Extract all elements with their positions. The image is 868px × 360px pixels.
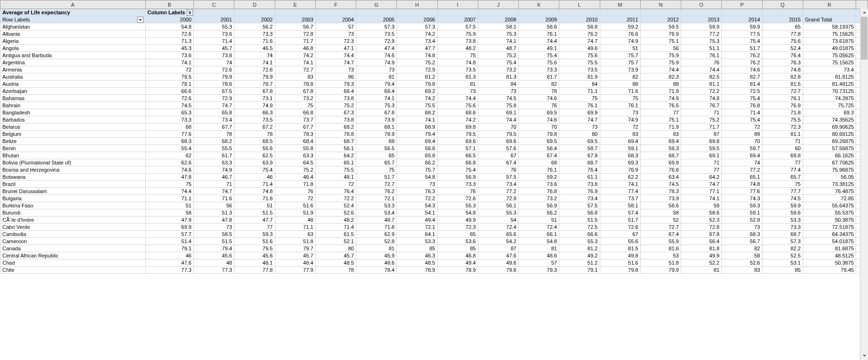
data-cell[interactable]: 56.2 <box>234 23 275 31</box>
data-cell[interactable]: 77.8 <box>234 267 275 274</box>
data-cell[interactable]: 73.4 <box>397 38 437 45</box>
data-cell[interactable]: 67.8 <box>275 88 315 95</box>
data-cell[interactable]: 69.4 <box>722 152 762 159</box>
data-cell[interactable]: 55.8 <box>275 145 315 152</box>
data-cell[interactable]: 72.5 <box>559 224 600 231</box>
data-cell[interactable]: 51.5 <box>559 216 600 224</box>
data-cell[interactable]: 69.2 <box>397 88 437 95</box>
data-cell[interactable]: 55.6 <box>600 238 640 245</box>
data-cell[interactable]: 49.9 <box>437 216 478 224</box>
data-cell[interactable]: 74.4 <box>437 95 478 102</box>
data-cell[interactable]: 52.8 <box>722 216 762 224</box>
data-cell[interactable]: 68.7 <box>315 138 356 145</box>
data-cell[interactable]: 65 <box>762 23 803 31</box>
data-cell[interactable]: 82.3 <box>640 73 681 81</box>
row-label[interactable]: Chad <box>0 259 146 267</box>
data-cell[interactable]: 74.8 <box>397 52 437 59</box>
data-cell[interactable]: 45.7 <box>275 252 315 259</box>
data-cell[interactable]: 71.8 <box>234 195 275 202</box>
data-cell[interactable]: 58 <box>722 252 762 259</box>
data-cell[interactable]: 75.6 <box>437 102 478 109</box>
row-label[interactable]: Burundi <box>0 209 146 216</box>
data-cell[interactable]: 66.3 <box>234 109 275 116</box>
data-cell[interactable]: 76.7 <box>681 102 722 109</box>
data-cell[interactable]: 77 <box>640 109 681 116</box>
data-cell[interactable]: 79.4 <box>356 81 397 88</box>
data-cell[interactable]: 49.6 <box>478 259 518 267</box>
data-cell[interactable]: 73.9 <box>600 66 640 73</box>
grand-total-cell[interactable]: 81.6875 <box>803 245 856 252</box>
data-cell[interactable]: 59.5 <box>640 23 681 31</box>
data-cell[interactable]: 73.5 <box>234 116 275 123</box>
data-cell[interactable]: 71.4 <box>722 109 762 116</box>
data-cell[interactable]: 81.5 <box>762 81 803 88</box>
data-cell[interactable]: 73 <box>397 181 437 188</box>
data-cell[interactable]: 75.5 <box>315 166 356 174</box>
data-cell[interactable]: 48.6 <box>356 259 397 267</box>
data-cell[interactable]: 67.2 <box>234 123 275 131</box>
data-cell[interactable]: 81 <box>681 267 722 274</box>
row-label[interactable]: Bosnia and Herzegovina <box>0 166 146 174</box>
data-cell[interactable]: 62.5 <box>234 152 275 159</box>
data-cell[interactable]: 69.6 <box>478 138 518 145</box>
data-cell[interactable]: 54.8 <box>145 23 194 31</box>
row-label[interactable]: Bolivia (Plurinational State of) <box>0 159 146 166</box>
data-cell[interactable]: 74.1 <box>356 95 397 102</box>
grand-total-cell[interactable]: 54.01875 <box>803 238 856 245</box>
row-label[interactable]: Central African Republic <box>0 252 146 259</box>
data-cell[interactable]: 52.4 <box>762 45 803 52</box>
data-cell[interactable]: 71.1 <box>559 88 600 95</box>
data-cell[interactable]: 57.7 <box>145 231 194 238</box>
data-cell[interactable]: 71.3 <box>145 38 194 45</box>
data-cell[interactable]: 76.8 <box>722 102 762 109</box>
data-cell[interactable]: 76 <box>478 166 518 174</box>
data-cell[interactable]: 87 <box>478 245 518 252</box>
data-cell[interactable]: 75.6 <box>519 59 559 66</box>
data-cell[interactable]: 68.3 <box>722 231 762 238</box>
filter-icon[interactable] <box>187 10 192 16</box>
data-cell[interactable]: 79.8 <box>397 81 437 88</box>
data-cell[interactable]: 53.3 <box>397 238 437 245</box>
data-cell[interactable]: 74.9 <box>234 102 275 109</box>
data-cell[interactable]: 77.7 <box>762 188 803 195</box>
data-cell[interactable]: 74.4 <box>681 66 722 73</box>
data-cell[interactable]: 73.3 <box>234 31 275 38</box>
row-label[interactable]: Canada <box>0 245 146 252</box>
data-cell[interactable]: 56.9 <box>437 174 478 181</box>
data-cell[interactable]: 74 <box>722 159 762 166</box>
data-cell[interactable]: 59.9 <box>681 23 722 31</box>
data-cell[interactable]: 80 <box>315 245 356 252</box>
column-header[interactable]: K <box>519 0 559 9</box>
data-cell[interactable]: 75.6 <box>762 38 803 45</box>
grand-total-cell[interactable]: 74.2875 <box>803 95 856 102</box>
data-cell[interactable]: 58.6 <box>681 209 722 216</box>
data-cell[interactable]: 73.8 <box>437 38 478 45</box>
data-cell[interactable]: 81.5 <box>600 245 640 252</box>
data-cell[interactable]: 56 <box>194 202 234 209</box>
data-cell[interactable]: 78.3 <box>640 188 681 195</box>
data-cell[interactable]: 59 <box>681 202 722 209</box>
row-label[interactable]: Chile <box>0 267 146 274</box>
data-cell[interactable]: 66.8 <box>275 109 315 116</box>
data-cell[interactable]: 75 <box>437 52 478 59</box>
data-cell[interactable]: 61.1 <box>559 174 600 181</box>
data-cell[interactable]: 61.7 <box>194 152 234 159</box>
data-cell[interactable]: 72.1 <box>356 195 397 202</box>
data-cell[interactable]: 73.5 <box>559 66 600 73</box>
data-cell[interactable]: 45.7 <box>194 45 234 52</box>
data-cell[interactable]: 65.1 <box>315 159 356 166</box>
data-cell[interactable]: 75.7 <box>397 166 437 174</box>
data-cell[interactable]: 71.4 <box>194 38 234 45</box>
data-cell[interactable]: 77 <box>762 159 803 166</box>
data-cell[interactable]: 73.4 <box>194 116 234 123</box>
data-cell[interactable]: 77.3 <box>145 267 194 274</box>
data-cell[interactable]: 73.4 <box>559 195 600 202</box>
column-header[interactable]: E <box>275 0 315 9</box>
grand-total-cell[interactable]: 80.68125 <box>803 131 856 138</box>
data-cell[interactable]: 74.5 <box>478 95 518 102</box>
data-cell[interactable]: 74.9 <box>194 166 234 174</box>
data-cell[interactable]: 81 <box>356 245 397 252</box>
column-header[interactable]: B <box>145 0 194 9</box>
data-cell[interactable]: 56.5 <box>356 145 397 152</box>
data-cell[interactable]: 71.1 <box>275 224 315 231</box>
